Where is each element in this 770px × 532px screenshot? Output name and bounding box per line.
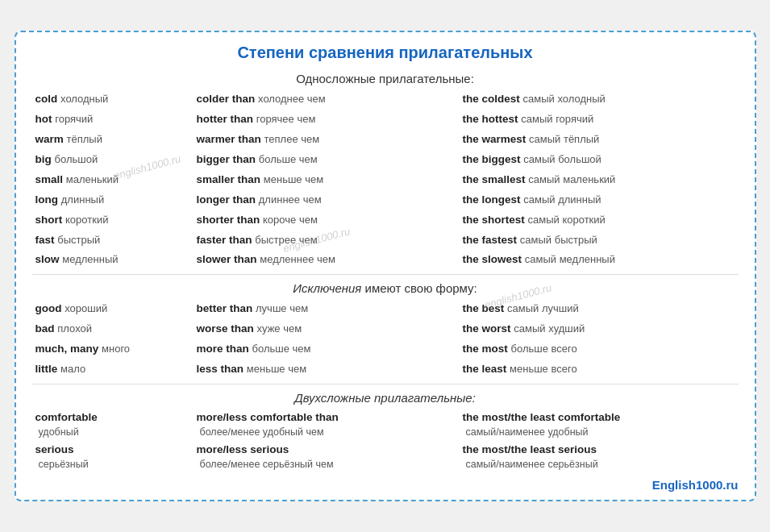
table-row: longer than длиннее чем: [194, 191, 460, 210]
table-row: short короткий: [32, 211, 194, 230]
table-row: the smallest самый маленький: [460, 171, 739, 189]
table-row: hotter than горячее чем: [194, 110, 460, 129]
table-row: the shortest самый короткий: [460, 211, 739, 230]
exceptions-label-rest: имеют свою форму:: [361, 281, 477, 295]
table-row: cold холодный: [32, 90, 194, 109]
table-row: bigger than больше чем: [194, 151, 460, 169]
table-row: the least меньше всего: [460, 360, 739, 379]
table-row: the hottest самый горячий: [460, 110, 739, 129]
table-row: worse than хуже чем: [194, 320, 460, 339]
table-row: the slowest самый медленный: [460, 251, 739, 269]
table-row: small маленький: [32, 171, 194, 189]
exceptions-label-italic: Исключения: [293, 281, 361, 295]
page-title: Степени сравнения прилагательных: [32, 44, 739, 62]
table-row: the warmest самый тёплый: [460, 131, 739, 149]
table-row: hot горячий: [32, 110, 194, 129]
table-row: the fastest самый быстрый: [460, 231, 739, 250]
table-row: seriousсерьёзный: [32, 442, 194, 472]
table-row: shorter than короче чем: [194, 211, 460, 230]
table-row: little мало: [32, 360, 194, 379]
table-row: bad плохой: [32, 320, 194, 339]
table-row: the biggest самый большой: [460, 151, 739, 169]
disyllabic-section-title: Двухсложные прилагательные:: [32, 391, 739, 405]
table-row: more/less comfortable thanболее/менее уд…: [194, 409, 460, 440]
table-row: the coldest самый холодный: [460, 90, 739, 109]
table-row: good хороший: [32, 300, 194, 318]
table-row: the most/the least seriousсамый/наименее…: [460, 442, 739, 472]
main-card: Степени сравнения прилагательных Односло…: [15, 31, 756, 501]
table-row: better than лучше чем: [194, 300, 460, 318]
title-part1: Степени сравнения: [237, 44, 398, 61]
disyllabic-table: comfortableудобныйmore/less comfortable …: [32, 409, 739, 473]
footer-text: English1000.ru: [32, 478, 739, 492]
table-row: colder than холоднее чем: [194, 90, 460, 109]
table-row: long длинный: [32, 191, 194, 210]
table-row: more/less seriousболее/менее серьёзный ч…: [194, 442, 460, 472]
monosyllabic-table: cold холодныйcolder than холоднее чемthe…: [32, 90, 739, 269]
table-row: the longest самый длинный: [460, 191, 739, 210]
monosyllabic-label: Односложные прилагательные:: [296, 72, 474, 85]
table-row: the most/the least comfortableсамый/наим…: [460, 409, 739, 440]
exceptions-section-title: Исключения имеют свою форму:: [32, 281, 739, 295]
disyllabic-label: Двухсложные прилагательные:: [294, 391, 476, 405]
monosyllabic-section-title: Односложные прилагательные:: [32, 72, 739, 85]
table-row: less than меньше чем: [194, 360, 460, 379]
table-row: comfortableудобный: [32, 409, 194, 440]
table-row: smaller than меньше чем: [194, 171, 460, 189]
table-row: faster than быстрее чем: [194, 231, 460, 250]
table-row: slower than медленнее чем: [194, 251, 460, 269]
table-row: warmer than теплее чем: [194, 131, 460, 149]
exceptions-table: good хорошийbetter than лучше чемthe bes…: [32, 300, 739, 379]
table-row: much, many много: [32, 340, 194, 359]
table-row: the best самый лучший: [460, 300, 739, 318]
table-row: slow медленный: [32, 251, 194, 269]
table-row: warm тёплый: [32, 131, 194, 149]
table-row: the worst самый худший: [460, 320, 739, 339]
table-row: big большой: [32, 151, 194, 169]
table-row: more than больше чем: [194, 340, 460, 359]
title-part2: прилагательных: [398, 44, 532, 61]
table-row: fast быстрый: [32, 231, 194, 250]
table-row: the most больше всего: [460, 340, 739, 359]
